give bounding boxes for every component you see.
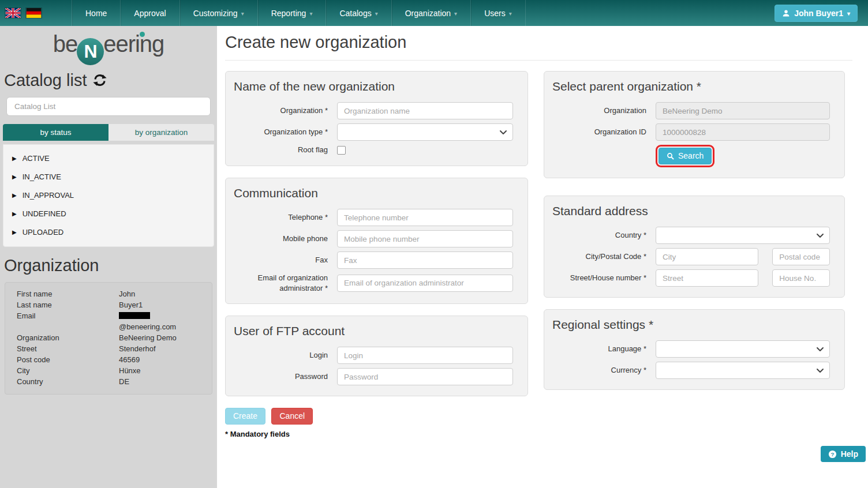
caret-down-icon: ▾ (847, 10, 850, 17)
nav-home[interactable]: Home (72, 0, 120, 26)
street-input[interactable] (656, 269, 758, 287)
caret-down-icon: ▾ (309, 10, 312, 17)
org-row-organization: OrganizationBeNeering Demo (17, 332, 200, 343)
ftp-password-input[interactable] (337, 368, 513, 385)
svg-text:?: ? (830, 451, 834, 457)
tab-by-status[interactable]: by status (3, 124, 108, 141)
mandatory-fields-note: * Mandatory fields (225, 430, 528, 438)
city-postal-label: City/Postal Code * (551, 251, 656, 262)
nav-organization[interactable]: Organization▾ (391, 0, 470, 26)
app-window: Home Approval Customizing▾ Reporting▾ Ca… (0, 0, 868, 488)
user-menu-button[interactable]: John Buyer1 ▾ (775, 5, 858, 22)
panel-ftp-account: User of FTP account Login Password (225, 316, 528, 396)
annotation-highlight-ring: Search (656, 145, 714, 167)
organization-section-title: Organization (4, 256, 217, 275)
triangle-right-icon: ▶ (12, 192, 17, 198)
house-number-input[interactable] (772, 269, 830, 287)
ftp-login-label: Login (233, 350, 337, 361)
postal-code-input[interactable] (772, 248, 830, 265)
parent-organization-id-input (656, 123, 830, 141)
panel-regional-settings: Regional settings * Language * Currency … (544, 309, 845, 390)
form-actions: Create Cancel (225, 408, 528, 425)
search-parent-button[interactable]: Search (659, 148, 712, 164)
currency-select[interactable] (656, 362, 830, 379)
root-flag-checkbox[interactable] (337, 146, 346, 155)
country-select[interactable] (656, 227, 830, 244)
triangle-right-icon: ▶ (12, 229, 17, 235)
language-label: Language * (551, 344, 656, 354)
org-row-city: CityHünxe (17, 365, 200, 376)
parent-organization-label: Organization (551, 106, 656, 116)
parent-organization-input (656, 102, 830, 119)
main-content: Create new organization Name of the new … (217, 26, 868, 488)
triangle-right-icon: ▶ (12, 211, 17, 217)
panel-standard-address: Standard address Country * City/Postal C… (544, 196, 845, 298)
user-icon (782, 9, 790, 17)
status-item-undefined[interactable]: ▶UNDEFINED (12, 205, 205, 223)
question-mark-icon: ? (828, 450, 837, 459)
status-item-uploaded[interactable]: ▶UPLOADED (12, 223, 205, 242)
catalog-tabs: by status by organization (3, 124, 214, 141)
language-select[interactable] (656, 340, 830, 358)
mobile-phone-input[interactable] (337, 230, 513, 247)
mobile-phone-label: Mobile phone (233, 234, 337, 244)
catalog-list-title: Catalog list (4, 71, 217, 90)
fax-input[interactable] (337, 251, 513, 269)
panel-name-of-organization: Name of the new organization Organizatio… (225, 71, 528, 166)
caret-down-icon: ▾ (509, 10, 512, 17)
status-list: ▶ACTIVE ▶IN_ACTIVE ▶IN_APPROVAL ▶UNDEFIN… (3, 144, 214, 247)
language-flags (0, 0, 72, 26)
telephone-input[interactable] (337, 209, 513, 226)
org-row-post-code: Post code46569 (17, 354, 200, 365)
org-row-last-name: Last nameBuyer1 (17, 299, 200, 310)
organization-info-panel: First nameJohn Last nameBuyer1 Email@ben… (5, 282, 212, 395)
triangle-right-icon: ▶ (12, 155, 17, 162)
nav-customizing[interactable]: Customizing▾ (179, 0, 257, 26)
telephone-label: Telephone * (233, 212, 337, 223)
caret-down-icon: ▾ (241, 10, 244, 17)
tab-by-organization[interactable]: by organization (108, 124, 214, 141)
germany-flag-icon[interactable] (26, 8, 42, 18)
admin-email-input[interactable] (337, 275, 513, 292)
root-flag-label: Root flag (233, 145, 337, 155)
org-row-first-name: First nameJohn (17, 288, 200, 299)
ftp-login-input[interactable] (337, 347, 513, 364)
uk-flag-icon[interactable] (5, 8, 21, 18)
status-item-active[interactable]: ▶ACTIVE (12, 149, 205, 168)
status-item-in-approval[interactable]: ▶IN_APPROVAL (12, 186, 205, 205)
chevron-down-icon (500, 130, 507, 135)
triangle-right-icon: ▶ (12, 174, 17, 180)
cancel-button[interactable]: Cancel (271, 408, 313, 425)
organization-name-input[interactable] (337, 102, 513, 119)
nav-reporting[interactable]: Reporting▾ (257, 0, 326, 26)
org-row-country: CountryDE (17, 376, 200, 387)
city-input[interactable] (656, 248, 758, 265)
street-house-label: Street/House number * (551, 273, 656, 283)
nav-users[interactable]: Users▾ (470, 0, 526, 26)
chevron-down-icon (817, 347, 824, 352)
page-title: Create new organization (225, 33, 852, 61)
refresh-icon[interactable] (93, 73, 107, 87)
create-button[interactable]: Create (225, 408, 265, 425)
organization-type-label: Organization type * (233, 127, 337, 137)
chevron-down-icon (817, 233, 824, 238)
search-icon (667, 152, 674, 160)
organization-label: Organization * (233, 106, 337, 116)
ftp-password-label: Password (233, 371, 337, 382)
panel-communication: Communication Telephone * Mobile phone F… (225, 178, 528, 304)
status-item-in-active[interactable]: ▶IN_ACTIVE (12, 168, 205, 186)
top-navbar: Home Approval Customizing▾ Reporting▾ Ca… (0, 0, 868, 26)
fax-label: Fax (233, 255, 337, 265)
main-nav: Home Approval Customizing▾ Reporting▾ Ca… (72, 0, 526, 26)
country-label: Country * (551, 230, 656, 241)
chevron-down-icon (817, 368, 824, 373)
help-button[interactable]: ? Help (821, 446, 866, 462)
panel-parent-organization: Select parent organization * Organizatio… (544, 71, 845, 178)
catalog-search-input[interactable] (6, 97, 211, 116)
nav-approval[interactable]: Approval (120, 0, 179, 26)
currency-label: Currency * (551, 365, 656, 376)
caret-down-icon: ▾ (375, 10, 378, 17)
organization-type-select[interactable] (337, 123, 513, 141)
caret-down-icon: ▾ (454, 10, 457, 17)
nav-catalogs[interactable]: Catalogs▾ (326, 0, 391, 26)
